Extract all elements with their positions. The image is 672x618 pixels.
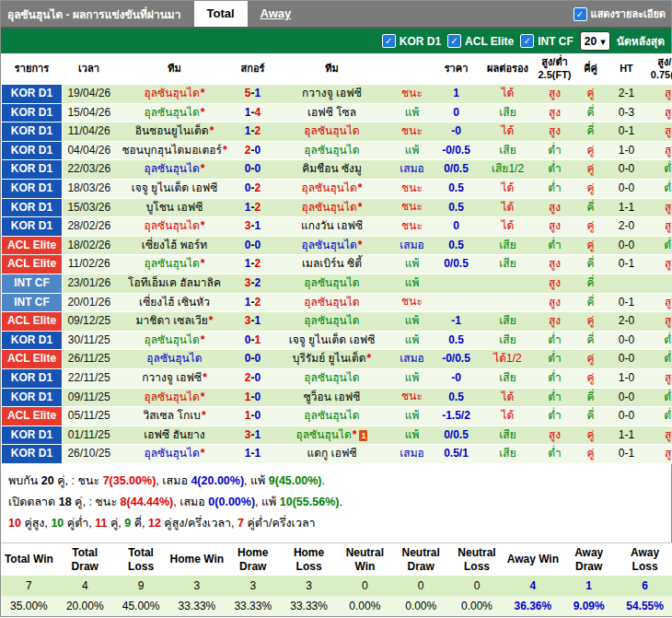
result-cell: แพ้ bbox=[392, 368, 433, 388]
home-score: 1 bbox=[245, 409, 251, 422]
match-row: KOR D130/11/25อุลซันฮุนได*0-1เจจู ยูไนเต… bbox=[2, 331, 672, 350]
ht-over-under-cell: ต่ำ bbox=[646, 407, 672, 426]
team-cell: แกงวัน เอฟซี bbox=[272, 217, 392, 237]
team-cell: เซี่ยงไฮ้ พอร์ท bbox=[116, 236, 234, 255]
favorite-star: * bbox=[223, 144, 227, 157]
handicap-result-cell: ได้ bbox=[481, 179, 536, 198]
away-score: 2 bbox=[255, 201, 261, 214]
odds-value: 0.5/1 bbox=[444, 447, 469, 460]
ht-over-under-result: สูง bbox=[665, 219, 672, 232]
filter-kor-d1[interactable]: KOR D1 bbox=[382, 34, 441, 48]
team-name: บูโชน เอฟซี bbox=[146, 201, 203, 214]
odds-cell: 0/0.5 bbox=[433, 255, 481, 274]
team-name: อุลซันฮุนได bbox=[304, 296, 359, 309]
int-cf-checkbox[interactable] bbox=[520, 34, 534, 48]
score-cell: 0-0 bbox=[234, 350, 272, 369]
score-cell: 1-2 bbox=[234, 198, 272, 217]
result-text: ชนะ bbox=[401, 201, 423, 214]
summary-segment: 8(44.44%) bbox=[121, 496, 174, 508]
match-date: 22/03/26 bbox=[63, 160, 116, 180]
result-cell: เสมอ bbox=[392, 445, 433, 464]
away-score: 1 bbox=[255, 333, 261, 346]
ht-over-under-cell: สูง bbox=[646, 85, 672, 104]
handicap-result: ได้ bbox=[502, 219, 515, 232]
match-row: KOR D101/11/25เอฟซี ฮันยาง3-1อุลซันฮุนได… bbox=[2, 426, 672, 445]
away-score: 0 bbox=[255, 391, 261, 403]
tab-total[interactable]: Total bbox=[194, 1, 248, 27]
tab-away[interactable]: Away bbox=[248, 1, 305, 27]
filter-int-cf[interactable]: INT CF bbox=[520, 34, 574, 48]
column-header: ทีม bbox=[272, 53, 392, 85]
team-cell: เจจู ยูไนเต็ด เอฟซี bbox=[272, 331, 392, 350]
result-text: แพ้ bbox=[405, 258, 420, 271]
team-cell: อุลซันฮุนได bbox=[116, 350, 234, 369]
handicap-result: เสีย1/2 bbox=[492, 162, 524, 175]
team-cell: อุลซันฮุนได* bbox=[272, 236, 392, 255]
ht-over-under-cell: สูง bbox=[646, 217, 672, 237]
favorite-star: * bbox=[201, 333, 205, 346]
acl-elite-checkbox[interactable] bbox=[447, 34, 461, 48]
stats-count: 7 bbox=[1, 576, 57, 596]
handicap-result-cell bbox=[481, 274, 536, 293]
over-under-cell: สูง bbox=[536, 103, 574, 122]
column-header: คี่คู่ bbox=[574, 53, 608, 85]
column-header: สูง/ต่ำ 2.5(FT) bbox=[536, 53, 574, 85]
team-cell: อุลซันฮุนได* bbox=[116, 217, 234, 237]
show-details-checkbox[interactable] bbox=[574, 7, 587, 21]
odds-cell: 0 bbox=[433, 103, 481, 122]
team-name: อุลซันฮุนได bbox=[145, 257, 200, 270]
team-name: เจจู ยูไนเต็ด เอฟซี bbox=[289, 333, 376, 346]
show-details-label: แสดงรายละเอียด bbox=[591, 6, 666, 22]
column-header: สกอร์ bbox=[234, 53, 272, 85]
over-under-result: ต่ำ bbox=[548, 144, 562, 157]
away-score: 2 bbox=[255, 257, 261, 270]
score-cell: 1-1 bbox=[234, 445, 272, 464]
handicap-result-cell: ได้1/2 bbox=[481, 350, 536, 369]
ht-over-under-cell: ต่ำ bbox=[646, 236, 672, 255]
team-name: อุลซันฮุนได bbox=[145, 391, 200, 403]
result-cell: ชนะ bbox=[392, 388, 433, 407]
league-badge: ACL Elite bbox=[2, 236, 63, 255]
over-under-result: ต่ำ bbox=[548, 409, 562, 422]
team-cell: อุลซันฮุนได bbox=[272, 312, 392, 332]
stats-column-header: Home Win bbox=[168, 543, 225, 576]
odd-even-cell: คี่ bbox=[574, 293, 608, 312]
team-name: อุลซันฮุนได bbox=[146, 352, 202, 365]
show-details-toggle[interactable]: แสดงรายละเอียด bbox=[574, 6, 671, 22]
league-badge: KOR D1 bbox=[2, 388, 63, 407]
home-score: 0 bbox=[245, 181, 251, 194]
team-cell: มาชิดา เซลเวีย* bbox=[116, 312, 234, 332]
summary-segment: 11 bbox=[95, 517, 107, 530]
odds-cell: 0.5/1 bbox=[433, 445, 481, 464]
ht-over-under-cell: สูง bbox=[646, 426, 672, 445]
league-badge: INT CF bbox=[2, 293, 63, 312]
away-score: 0 bbox=[255, 371, 261, 384]
handicap-result-cell: ได้ bbox=[481, 198, 536, 217]
odds-cell: 0.5 bbox=[433, 179, 481, 198]
kor-d1-checkbox[interactable] bbox=[382, 34, 396, 48]
result-cell: แพ้ bbox=[392, 274, 433, 293]
team-cell: คิมชือน ซังมู bbox=[272, 160, 392, 180]
score-cell: 3-2 bbox=[234, 274, 272, 293]
team-cell: กวางจู เอฟซี* bbox=[116, 368, 234, 388]
odd-even-result: คี่ bbox=[586, 106, 594, 119]
match-count-select[interactable]: 20 bbox=[580, 31, 610, 51]
team-name: อุลซันฮุนได bbox=[302, 239, 357, 251]
summary-segment: คู่, : ชนะ bbox=[54, 474, 103, 487]
stats-column-header: Total Win bbox=[1, 543, 57, 576]
summary-section: พบกัน 20 คู่, : ชนะ 7(35.00%), เสมอ 4(20… bbox=[1, 464, 671, 542]
match-date: 11/04/26 bbox=[63, 122, 116, 142]
favorite-star: * bbox=[201, 257, 205, 270]
team-name: อุลซันฮุนได bbox=[145, 87, 200, 99]
match-row: ACL Elite18/02/26เซี่ยงไฮ้ พอร์ท0-0อุลซั… bbox=[2, 236, 672, 255]
team-name: อุลซันฮุนได bbox=[304, 409, 359, 422]
score-cell: 2-0 bbox=[234, 141, 272, 160]
handicap-result: เสีย bbox=[499, 239, 516, 251]
team-name: คิมชือน ซังมู bbox=[302, 162, 362, 175]
stats-count: 3 bbox=[281, 576, 337, 596]
away-score: 0 bbox=[255, 409, 261, 422]
filter-acl-elite[interactable]: ACL Elite bbox=[447, 34, 514, 48]
team-name: อุลซันฮุนได bbox=[304, 314, 359, 327]
handicap-result-cell: เสีย bbox=[481, 141, 536, 160]
ht-over-under-result: ต่ำ bbox=[664, 162, 672, 175]
